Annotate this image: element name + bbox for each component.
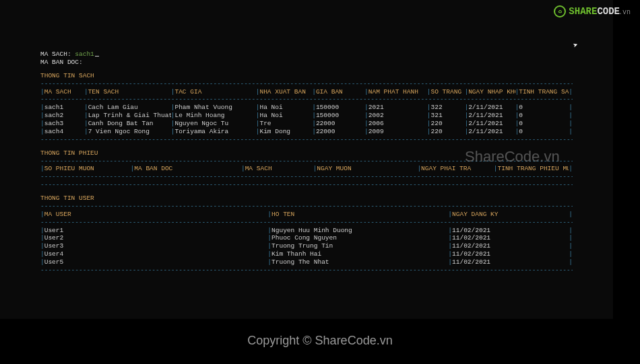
col-giaban: GIA BAN	[316, 88, 364, 96]
sach-body: |sach1|Cach Lam Giau|Pham Nhat Vuong|Ha …	[40, 104, 573, 136]
col-hoten: HO TEN	[271, 211, 448, 219]
divider: ----------------------------------------…	[40, 80, 573, 88]
table-row: |User3|Truong Trung Tin|11/02/2021|	[40, 242, 573, 250]
col-ngaydangky: NGAY DANG KY	[452, 211, 569, 219]
divider: ----------------------------------------…	[40, 266, 573, 275]
table-row: |User4|Kim Thanh Hai|11/02/2021|	[40, 250, 573, 258]
divider: ----------------------------------------…	[40, 203, 573, 211]
user-header: |MA USER |HO TEN |NGAY DANG KY |	[40, 211, 573, 219]
divider: ----------------------------------------…	[40, 96, 573, 104]
col-ngaymuon: NGAY MUON	[317, 165, 417, 173]
col-nxb: NHA XUAT BAN	[259, 88, 312, 96]
user-body: |User1|Nguyen Huu Minh Duong|11/02/2021|…	[40, 227, 573, 266]
footer-copyright: Copyright © ShareCode.vn	[0, 334, 640, 348]
mabandoc-label: MA BAN DOC:	[40, 59, 83, 66]
prompt-mabandoc[interactable]: MA BAN DOC:	[40, 59, 573, 67]
table-row: |sach4|7 Vien Ngoc Rong|Toriyama Akira|K…	[40, 128, 573, 136]
table-row: |User5|Truong The Nhat|11/02/2021|	[40, 258, 573, 266]
divider: ----------------------------------------…	[40, 173, 573, 181]
recycle-icon: ♻	[554, 5, 566, 17]
divider: ----------------------------------------…	[40, 181, 573, 189]
text-cursor	[95, 56, 99, 57]
logo-vn: .vn	[618, 9, 631, 16]
col-ngaytra: NGAY PHAI TRA	[421, 165, 494, 173]
col-tensach: TEN SACH	[88, 88, 171, 96]
masach-value: sach1	[75, 50, 94, 58]
col-tinhtrang: TINH TRANG SACH	[519, 88, 569, 96]
masach-label: MA SACH:	[40, 50, 75, 58]
logo-share: SHARE	[569, 6, 597, 17]
table-row: |sach2|Lap Trinh & Giai Thuat|Le Minh Ho…	[40, 112, 573, 120]
logo-code: CODE	[597, 6, 620, 17]
phieu-header: |SO PHIEU MUON |MA BAN DOC |MA SACH |NGA…	[40, 165, 573, 173]
divider: ----------------------------------------…	[40, 136, 573, 144]
sach-header: |MA SACH |TEN SACH |TAC GIA |NHA XUAT BA…	[40, 88, 573, 96]
sharecode-logo: ♻ SHARECODE.vn	[554, 5, 631, 17]
col-ngaynhap: NGAY NHAP KHO	[468, 88, 515, 96]
divider: ----------------------------------------…	[40, 219, 573, 227]
divider: ----------------------------------------…	[40, 157, 573, 166]
col-mabandoc: MA BAN DOC	[134, 165, 241, 173]
console-window: MA SACH: sach1 MA BAN DOC: THONG TIN SAC…	[0, 0, 613, 319]
col-sotrang: SO TRANG	[430, 88, 464, 96]
section-title-phieu: THONG TIN PHIEU	[40, 149, 573, 157]
prompt-masach[interactable]: MA SACH: sach1	[40, 50, 573, 59]
col-sophieu: SO PHIEU MUON	[44, 165, 131, 173]
col-mauser: MA USER	[44, 211, 268, 219]
table-row: |User1|Nguyen Huu Minh Duong|11/02/2021|	[40, 227, 573, 235]
col-tinhtrangphieu: TINH TRANG PHIEU MUON	[498, 165, 569, 173]
table-row: |sach1|Cach Lam Giau|Pham Nhat Vuong|Ha …	[40, 104, 573, 112]
section-title-user: THONG TIN USER	[40, 194, 573, 203]
col-masach: MA SACH	[245, 165, 313, 173]
col-nam: NAM PHAT HANH	[369, 88, 427, 96]
col-tacgia: TAC GIA	[174, 88, 255, 96]
section-title-sach: THONG TIN SACH	[40, 72, 573, 80]
col-masach: MA SACH	[44, 88, 84, 96]
table-row: |sach3|Canh Dong Bat Tan|Nguyen Ngoc Tu|…	[40, 120, 573, 128]
table-row: |User2|Phuoc Cong Nguyen|11/02/2021|	[40, 234, 573, 242]
